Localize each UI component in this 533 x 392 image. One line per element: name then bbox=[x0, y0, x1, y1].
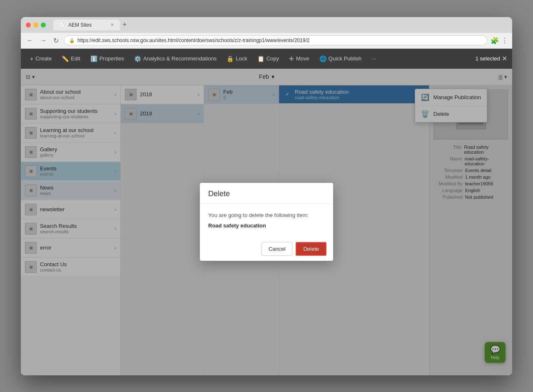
modal-title: Delete bbox=[208, 190, 325, 198]
maximize-traffic-light[interactable] bbox=[41, 22, 46, 27]
minimize-traffic-light[interactable] bbox=[33, 22, 38, 27]
aem-toolbar: + Create ✏️ Edit ℹ️ Properties ⚙️ Analyt… bbox=[21, 49, 512, 69]
close-traffic-light[interactable] bbox=[26, 22, 31, 27]
delete-confirm-button[interactable]: Delete bbox=[296, 242, 326, 256]
modal-footer: Cancel Delete bbox=[200, 237, 333, 261]
tab-favicon: 📄 bbox=[59, 22, 65, 27]
selected-count: 1 selected bbox=[476, 55, 500, 62]
analytics-icon: ⚙️ bbox=[134, 55, 141, 62]
move-label: Move bbox=[296, 55, 309, 62]
back-button[interactable]: ← bbox=[25, 36, 35, 45]
active-tab[interactable]: 📄 AEM Sites ✕ bbox=[53, 20, 120, 30]
lock-button[interactable]: 🔒 Lock bbox=[222, 53, 251, 65]
quick-publish-button[interactable]: 🌐 Quick Publish bbox=[315, 53, 366, 65]
analytics-button[interactable]: ⚙️ Analytics & Recommendations bbox=[130, 53, 221, 65]
create-label: Create bbox=[35, 55, 52, 62]
address-bar-area: ← → ↻ 🔒 https://edit.sws.schools.nsw.gov… bbox=[21, 33, 512, 49]
lock-icon: 🔒 bbox=[69, 38, 75, 43]
modal-body: You are going to delete the following it… bbox=[200, 204, 333, 237]
address-bar[interactable]: 🔒 https://edit.sws.schools.nsw.gov.au/si… bbox=[64, 35, 487, 45]
lock-icon: 🔒 bbox=[227, 55, 234, 62]
url-text: https://edit.sws.schools.nsw.gov.au/site… bbox=[77, 37, 482, 43]
traffic-lights bbox=[26, 22, 46, 27]
modal-header: Delete bbox=[200, 183, 333, 204]
modal-body-text: You are going to delete the following it… bbox=[208, 212, 325, 218]
quick-publish-label: Quick Publish bbox=[329, 55, 361, 62]
copy-icon: 📋 bbox=[257, 55, 264, 62]
modal-overlay: Delete You are going to delete the follo… bbox=[21, 69, 512, 375]
properties-button[interactable]: ℹ️ Properties bbox=[86, 53, 128, 65]
create-icon: + bbox=[30, 55, 33, 62]
move-icon: ✛ bbox=[289, 55, 294, 62]
tab-title: AEM Sites bbox=[68, 22, 92, 28]
move-button[interactable]: ✛ Move bbox=[285, 53, 314, 65]
more-options-button[interactable]: ⋮ bbox=[501, 37, 508, 45]
properties-label: Properties bbox=[100, 55, 124, 62]
tab-area: 📄 AEM Sites ✕ + bbox=[53, 20, 507, 30]
browser-actions: 🧩 ⋮ bbox=[491, 37, 508, 45]
more-label: ··· bbox=[371, 55, 376, 62]
main-content-area: ⊟ ▾ Feb ▾ ||| ▾ 🔄 Manage Publication 🗑️ bbox=[21, 69, 512, 375]
edit-button[interactable]: ✏️ Edit bbox=[57, 53, 84, 65]
refresh-button[interactable]: ↻ bbox=[52, 36, 60, 45]
cancel-button[interactable]: Cancel bbox=[262, 242, 292, 256]
info-icon: ℹ️ bbox=[90, 55, 97, 62]
forward-button[interactable]: → bbox=[38, 36, 48, 45]
analytics-label: Analytics & Recommendations bbox=[143, 55, 217, 62]
copy-button[interactable]: 📋 Copy bbox=[253, 53, 283, 65]
delete-modal: Delete You are going to delete the follo… bbox=[200, 183, 333, 261]
copy-label: Copy bbox=[266, 55, 279, 62]
more-actions-button[interactable]: ··· bbox=[367, 53, 380, 64]
modal-item-name: Road safety education bbox=[208, 222, 325, 229]
edit-icon: ✏️ bbox=[62, 55, 69, 62]
lock-label: Lock bbox=[236, 55, 247, 62]
edit-label: Edit bbox=[71, 55, 80, 62]
quick-publish-icon: 🌐 bbox=[319, 55, 326, 62]
extensions-button[interactable]: 🧩 bbox=[491, 37, 499, 45]
selected-indicator: 1 selected bbox=[476, 55, 500, 62]
deselect-button[interactable]: ✕ bbox=[502, 55, 507, 62]
create-button[interactable]: + Create bbox=[26, 53, 56, 65]
browser-titlebar: 📄 AEM Sites ✕ + bbox=[21, 17, 512, 33]
new-tab-button[interactable]: + bbox=[122, 20, 127, 29]
tab-close-button[interactable]: ✕ bbox=[110, 22, 114, 27]
